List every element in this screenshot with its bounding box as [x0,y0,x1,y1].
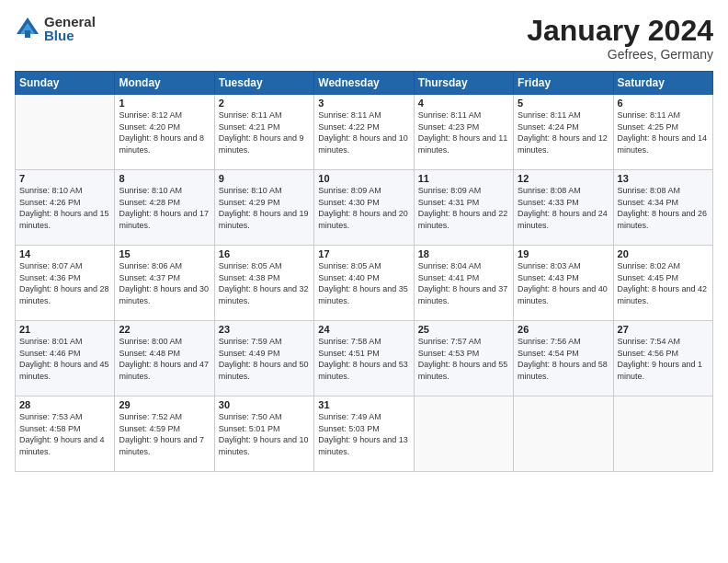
day-number: 7 [19,173,110,184]
day-info: Sunrise: 8:09 AM Sunset: 4:30 PM Dayligh… [318,185,409,231]
day-number: 8 [119,173,210,184]
day-number: 1 [119,98,210,109]
table-row: 24Sunrise: 7:58 AM Sunset: 4:51 PM Dayli… [314,321,414,396]
day-number: 15 [119,248,210,259]
location: Gefrees, Germany [527,47,713,62]
day-info: Sunrise: 8:08 AM Sunset: 4:34 PM Dayligh… [618,185,709,231]
title-block: January 2024 Gefrees, Germany [527,15,713,62]
svg-rect-2 [25,30,30,38]
header-saturday: Saturday [613,72,712,95]
table-row: 12Sunrise: 8:08 AM Sunset: 4:33 PM Dayli… [514,170,613,246]
day-number: 5 [518,98,609,109]
weekday-header-row: Sunday Monday Tuesday Wednesday Thursday… [16,72,713,95]
day-info: Sunrise: 8:12 AM Sunset: 4:20 PM Dayligh… [119,109,210,155]
table-row: 28Sunrise: 7:53 AM Sunset: 4:58 PM Dayli… [16,396,115,472]
calendar-container: General Blue January 2024 Gefrees, Germa… [0,0,728,563]
day-info: Sunrise: 7:53 AM Sunset: 4:58 PM Dayligh… [19,411,110,457]
month-title: January 2024 [527,15,713,47]
logo: General Blue [15,15,96,42]
calendar-table: Sunday Monday Tuesday Wednesday Thursday… [15,71,713,472]
day-number: 13 [618,173,709,184]
day-info: Sunrise: 8:04 AM Sunset: 4:41 PM Dayligh… [418,260,509,306]
header-wednesday: Wednesday [314,72,414,95]
table-row: 23Sunrise: 7:59 AM Sunset: 4:49 PM Dayli… [214,321,313,396]
day-info: Sunrise: 8:10 AM Sunset: 4:29 PM Dayligh… [219,185,310,231]
calendar-week-row: 14Sunrise: 8:07 AM Sunset: 4:36 PM Dayli… [16,246,713,321]
table-row: 7Sunrise: 8:10 AM Sunset: 4:26 PM Daylig… [16,170,115,246]
table-row: 6Sunrise: 8:11 AM Sunset: 4:25 PM Daylig… [613,95,712,170]
day-info: Sunrise: 8:05 AM Sunset: 4:40 PM Dayligh… [318,260,409,306]
day-number: 18 [418,248,509,259]
day-number: 6 [618,98,709,109]
day-info: Sunrise: 8:11 AM Sunset: 4:21 PM Dayligh… [219,109,310,155]
day-number: 19 [518,248,609,259]
logo-icon [15,16,40,41]
day-info: Sunrise: 7:56 AM Sunset: 4:54 PM Dayligh… [518,336,609,382]
table-row: 4Sunrise: 8:11 AM Sunset: 4:23 PM Daylig… [414,95,513,170]
table-row: 25Sunrise: 7:57 AM Sunset: 4:53 PM Dayli… [414,321,513,396]
table-row: 29Sunrise: 7:52 AM Sunset: 4:59 PM Dayli… [115,396,214,472]
table-row: 15Sunrise: 8:06 AM Sunset: 4:37 PM Dayli… [115,246,214,321]
day-info: Sunrise: 8:02 AM Sunset: 4:45 PM Dayligh… [618,260,709,306]
day-info: Sunrise: 8:09 AM Sunset: 4:31 PM Dayligh… [418,185,509,231]
table-row [414,396,513,472]
day-info: Sunrise: 7:49 AM Sunset: 5:03 PM Dayligh… [318,411,409,457]
calendar-week-row: 1Sunrise: 8:12 AM Sunset: 4:20 PM Daylig… [16,95,713,170]
table-row: 9Sunrise: 8:10 AM Sunset: 4:29 PM Daylig… [214,170,313,246]
day-number: 20 [618,248,709,259]
header-tuesday: Tuesday [214,72,313,95]
table-row: 18Sunrise: 8:04 AM Sunset: 4:41 PM Dayli… [414,246,513,321]
header: General Blue January 2024 Gefrees, Germa… [15,15,713,62]
day-info: Sunrise: 8:06 AM Sunset: 4:37 PM Dayligh… [119,260,210,306]
day-number: 24 [318,324,409,335]
day-number: 28 [19,399,110,410]
table-row: 11Sunrise: 8:09 AM Sunset: 4:31 PM Dayli… [414,170,513,246]
table-row: 10Sunrise: 8:09 AM Sunset: 4:30 PM Dayli… [314,170,414,246]
day-info: Sunrise: 8:00 AM Sunset: 4:48 PM Dayligh… [119,336,210,382]
day-number: 17 [318,248,409,259]
table-row: 2Sunrise: 8:11 AM Sunset: 4:21 PM Daylig… [214,95,313,170]
table-row: 17Sunrise: 8:05 AM Sunset: 4:40 PM Dayli… [314,246,414,321]
day-number: 31 [318,399,409,410]
day-info: Sunrise: 8:10 AM Sunset: 4:26 PM Dayligh… [19,185,110,231]
table-row: 31Sunrise: 7:49 AM Sunset: 5:03 PM Dayli… [314,396,414,472]
day-info: Sunrise: 8:08 AM Sunset: 4:33 PM Dayligh… [518,185,609,231]
day-number: 22 [119,324,210,335]
table-row: 5Sunrise: 8:11 AM Sunset: 4:24 PM Daylig… [514,95,613,170]
table-row: 20Sunrise: 8:02 AM Sunset: 4:45 PM Dayli… [613,246,712,321]
day-info: Sunrise: 8:10 AM Sunset: 4:28 PM Dayligh… [119,185,210,231]
day-info: Sunrise: 8:07 AM Sunset: 4:36 PM Dayligh… [19,260,110,306]
logo-general-text: General [44,15,96,29]
calendar-week-row: 7Sunrise: 8:10 AM Sunset: 4:26 PM Daylig… [16,170,713,246]
table-row: 22Sunrise: 8:00 AM Sunset: 4:48 PM Dayli… [115,321,214,396]
calendar-week-row: 21Sunrise: 8:01 AM Sunset: 4:46 PM Dayli… [16,321,713,396]
day-info: Sunrise: 8:11 AM Sunset: 4:23 PM Dayligh… [418,109,509,155]
day-info: Sunrise: 7:54 AM Sunset: 4:56 PM Dayligh… [618,336,709,382]
day-info: Sunrise: 7:52 AM Sunset: 4:59 PM Dayligh… [119,411,210,457]
day-number: 23 [219,324,310,335]
day-info: Sunrise: 8:11 AM Sunset: 4:24 PM Dayligh… [518,109,609,155]
day-info: Sunrise: 7:57 AM Sunset: 4:53 PM Dayligh… [418,336,509,382]
table-row: 16Sunrise: 8:05 AM Sunset: 4:38 PM Dayli… [214,246,313,321]
day-number: 26 [518,324,609,335]
day-number: 12 [518,173,609,184]
day-number: 27 [618,324,709,335]
header-sunday: Sunday [16,72,115,95]
day-info: Sunrise: 7:59 AM Sunset: 4:49 PM Dayligh… [219,336,310,382]
day-number: 9 [219,173,310,184]
table-row: 8Sunrise: 8:10 AM Sunset: 4:28 PM Daylig… [115,170,214,246]
day-number: 14 [19,248,110,259]
day-number: 4 [418,98,509,109]
day-info: Sunrise: 8:11 AM Sunset: 4:25 PM Dayligh… [618,109,709,155]
calendar-week-row: 28Sunrise: 7:53 AM Sunset: 4:58 PM Dayli… [16,396,713,472]
header-friday: Friday [514,72,613,95]
table-row: 21Sunrise: 8:01 AM Sunset: 4:46 PM Dayli… [16,321,115,396]
table-row: 19Sunrise: 8:03 AM Sunset: 4:43 PM Dayli… [514,246,613,321]
day-info: Sunrise: 8:05 AM Sunset: 4:38 PM Dayligh… [219,260,310,306]
table-row: 30Sunrise: 7:50 AM Sunset: 5:01 PM Dayli… [214,396,313,472]
table-row: 26Sunrise: 7:56 AM Sunset: 4:54 PM Dayli… [514,321,613,396]
day-info: Sunrise: 8:01 AM Sunset: 4:46 PM Dayligh… [19,336,110,382]
table-row [613,396,712,472]
day-info: Sunrise: 7:50 AM Sunset: 5:01 PM Dayligh… [219,411,310,457]
table-row: 13Sunrise: 8:08 AM Sunset: 4:34 PM Dayli… [613,170,712,246]
